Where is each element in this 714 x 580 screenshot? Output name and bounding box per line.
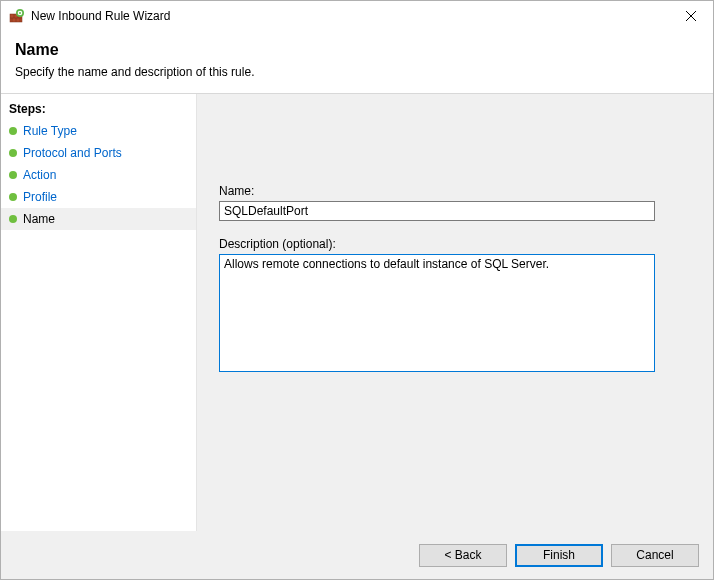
name-input[interactable] [219,201,655,221]
name-field-group: Name: [219,184,691,221]
titlebar: New Inbound Rule Wizard [1,1,713,31]
window-title: New Inbound Rule Wizard [31,9,668,23]
step-label: Action [23,168,56,182]
steps-heading: Steps: [1,100,196,120]
description-textarea[interactable] [219,254,655,372]
page-subtitle: Specify the name and description of this… [15,65,699,79]
description-field-group: Description (optional): [219,237,691,375]
back-button[interactable]: < Back [419,544,507,567]
close-icon [686,11,696,21]
steps-sidebar: Steps: Rule Type Protocol and Ports Acti… [1,94,197,531]
close-button[interactable] [668,1,713,31]
step-bullet-icon [9,127,17,135]
wizard-header: Name Specify the name and description of… [1,31,713,94]
step-label: Protocol and Ports [23,146,122,160]
description-label: Description (optional): [219,237,691,251]
step-bullet-icon [9,171,17,179]
step-protocol-and-ports[interactable]: Protocol and Ports [1,142,196,164]
step-bullet-icon [9,193,17,201]
button-bar: < Back Finish Cancel [1,531,713,579]
content-pane: Name: Description (optional): [197,94,713,531]
step-bullet-icon [9,149,17,157]
step-label: Profile [23,190,57,204]
wizard-window: New Inbound Rule Wizard Name Specify the… [0,0,714,580]
wizard-body: Steps: Rule Type Protocol and Ports Acti… [1,94,713,531]
cancel-button[interactable]: Cancel [611,544,699,567]
name-label: Name: [219,184,691,198]
step-label: Rule Type [23,124,77,138]
step-action[interactable]: Action [1,164,196,186]
step-profile[interactable]: Profile [1,186,196,208]
step-name[interactable]: Name [1,208,196,230]
svg-point-9 [19,12,21,14]
step-label: Name [23,212,55,226]
finish-button[interactable]: Finish [515,544,603,567]
step-bullet-icon [9,215,17,223]
firewall-icon [9,8,25,24]
step-rule-type[interactable]: Rule Type [1,120,196,142]
page-title: Name [15,41,699,59]
